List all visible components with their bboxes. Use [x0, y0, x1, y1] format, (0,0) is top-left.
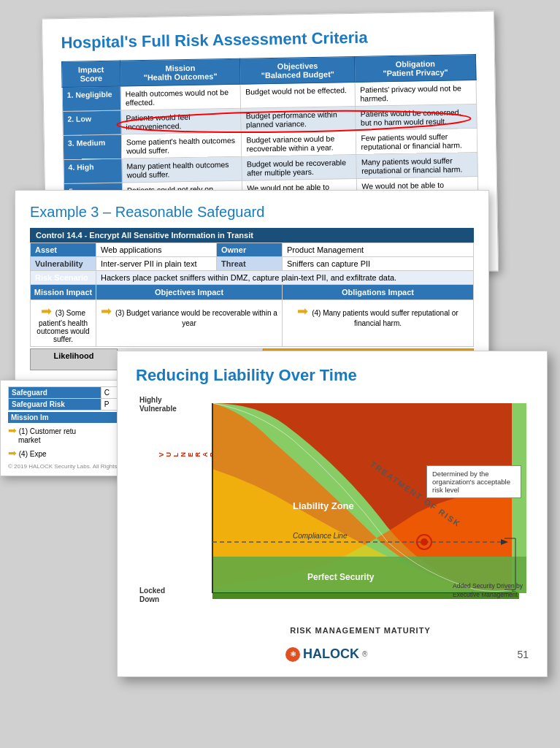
partial-row-safeguard: Safeguard C: [9, 387, 120, 399]
table-row-impact-values: ➡ (3) Some patient's health outcomes wou…: [31, 300, 474, 347]
impact-obl-value: ➡ (4) Many patients would suffer reputat…: [282, 300, 473, 347]
partial-mission-header: Mission Im: [8, 412, 120, 423]
copyright-text: © 2019 HALOCK Security Labs. All Rights: [8, 463, 120, 470]
table-row-scenario: Risk Scenario Hackers place packet sniff…: [31, 271, 474, 285]
col-obligation: Obligation"Patient Privacy": [355, 55, 476, 83]
svg-text:Compliance Line: Compliance Line: [293, 532, 348, 540]
halock-text: HALOCK: [303, 646, 359, 662]
obl-negligible: Patients' privacy would not be harmed.: [356, 80, 477, 107]
slide3-title-text: Reducing Liability Over Time: [136, 366, 357, 384]
slide1-title-bold: Hospital: [61, 32, 124, 52]
control-header: Control 14.4 - Encrypt All Sensitive Inf…: [30, 228, 474, 243]
scenario-value: Hackers place packet sniffers within DMZ…: [96, 271, 474, 285]
partial-mission-value: ➡ (1) Customer retu market: [8, 423, 120, 446]
partial-mission-value2: ➡ (4) Expe: [8, 446, 120, 460]
impact-mission-value: ➡ (3) Some patient's health outcomes wou…: [31, 300, 96, 347]
arrow-mission: ➡: [41, 303, 52, 319]
y-bottom-label: LockedDown: [139, 587, 165, 604]
safeguard-label: Safeguard: [9, 387, 101, 399]
mission-medium: Some patient's health outcomes would suf…: [121, 132, 242, 159]
threat-value: Sniffers can capture PII: [282, 257, 473, 271]
slide3-title: Reducing Liability Over Time: [136, 366, 529, 385]
threat-label: Threat: [216, 257, 282, 271]
slide2-partial: Safeguard C Safeguard Risk P Mission Im …: [0, 380, 128, 476]
determined-box: Determined by the organization's accepta…: [426, 465, 521, 498]
score-high: 4. High: [64, 159, 123, 183]
slide3-liability: Reducing Liability Over Time HighlyVulne…: [117, 351, 548, 677]
likelihood-label: Likelihood: [30, 348, 118, 370]
impact-obl-text: (4) Many patients would suffer reputatio…: [312, 309, 458, 327]
slide2-title: Example 3 – Reasonable Safeguard: [30, 204, 474, 221]
impact-obj-value: ➡ (3) Budget variance would be recoverab…: [96, 300, 283, 347]
partial-table: Safeguard C Safeguard Risk P: [8, 386, 120, 411]
control-table: Asset Web applications Owner Product Man…: [30, 243, 474, 347]
obj-low: Budget performance within planned varian…: [241, 106, 356, 132]
page-num-slide3: 51: [517, 649, 529, 660]
added-security-text: Added Security Driven byExecutive Manage…: [453, 582, 523, 600]
svg-point-10: [421, 538, 428, 546]
risk-table: Impact Score Mission"Health Outcomes" Ob…: [61, 54, 478, 208]
obj-negligible: Budget would not be effected.: [241, 82, 356, 108]
impact-header-objectives: Objectives Impact: [96, 285, 283, 300]
slide1-title: Hospital's Full Risk Assessment Criteria: [61, 26, 475, 53]
score-negligible: 1. Negligible: [62, 86, 121, 111]
determined-text: Determined by the organization's accepta…: [432, 470, 510, 494]
table-row-impact-headers: Mission Impact Objectives Impact Obligat…: [31, 285, 474, 300]
x-axis-label: RISK MANAGEMENT MATURITY: [290, 626, 430, 635]
obj-medium: Budget variance would be recoverable wit…: [242, 130, 357, 156]
slide3-footer: ⚛ HALOCK ® 51: [136, 646, 529, 662]
mission-negligible: Health outcomes would not be effected.: [120, 84, 241, 110]
col-impact-score: Impact Score: [61, 61, 120, 87]
obl-low: Patients would be concerned, but no harm…: [356, 104, 477, 131]
obj-high: Budget would be recoverable after multip…: [242, 154, 357, 180]
mission-high: Many patient health outcomes would suffe…: [122, 156, 242, 183]
score-medium: 3. Medium: [63, 134, 122, 159]
vuln-value: Inter-server PII in plain text: [96, 257, 217, 271]
svg-text:Perfect Security: Perfect Security: [307, 572, 375, 582]
partial-arrow-1: ➡: [8, 424, 17, 436]
impact-header-mission: Mission Impact: [31, 285, 96, 300]
obl-high: Many patients would suffer reputational …: [356, 153, 477, 179]
mission-low: Patients would feel inconvenienced.: [121, 108, 242, 134]
score-low: 2. Low: [63, 110, 122, 135]
safeguard-risk-label: Safeguard Risk: [9, 399, 101, 411]
vuln-label: Vulnerability: [31, 257, 96, 271]
y-top-label: HighlyVulnerable: [139, 396, 177, 413]
table-row-asset: Asset Web applications Owner Product Man…: [31, 243, 474, 257]
chart-area: HighlyVulnerable LockedDown VULNERABILIT…: [136, 392, 529, 641]
x-axis-text: RISK MANAGEMENT MATURITY: [290, 626, 430, 635]
arrow-obj: ➡: [101, 303, 112, 319]
partial-arrow-2: ➡: [8, 447, 17, 459]
scenario-label: Risk Scenario: [31, 271, 96, 285]
partial-row-risk: Safeguard Risk P: [9, 399, 120, 411]
halock-logo: ⚛ HALOCK ®: [285, 646, 367, 662]
halock-registered: ®: [362, 650, 367, 658]
asset-value: Web applications: [96, 243, 217, 257]
owner-label: Owner: [216, 243, 282, 257]
owner-value: Product Management: [282, 243, 473, 257]
table-row-vuln: Vulnerability Inter-server PII in plain …: [31, 257, 474, 271]
slide1-title-rest: 's Full Risk Assessment Criteria: [124, 28, 368, 51]
impact-obj-text: (3) Budget variance would be recoverable…: [115, 309, 277, 327]
svg-text:Liability Zone: Liability Zone: [293, 500, 354, 511]
obl-medium: Few patients would suffer reputational o…: [356, 129, 477, 155]
col-objectives: Objectives"Balanced Budget": [240, 56, 356, 84]
impact-header-obligations: Obligations Impact: [282, 285, 473, 300]
asset-label: Asset: [31, 243, 96, 257]
halock-icon: ⚛: [285, 647, 300, 662]
col-mission: Mission"Health Outcomes": [120, 58, 240, 86]
arrow-obl: ➡: [297, 303, 308, 319]
